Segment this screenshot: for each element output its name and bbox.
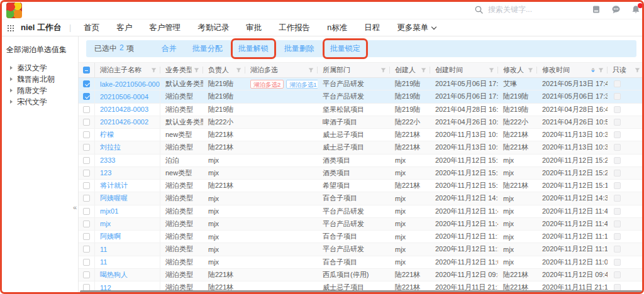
workspace-title[interactable]: niel 工作台 xyxy=(21,22,62,33)
cell-department: 西瓜项目(停用) xyxy=(318,269,390,281)
cell-lake-name[interactable]: 2333 xyxy=(95,155,160,166)
table-row[interactable]: 11湖泊类型mjx平台产品研发mjx2020年11月12日 11:11mjx20… xyxy=(79,243,644,256)
table-row[interactable]: mjx01湖泊类型mjx平台产品研发mjx2020年11月12日 11:46mj… xyxy=(79,205,644,218)
filter-icon[interactable] xyxy=(528,67,533,73)
cell-lake-name[interactable]: 11 xyxy=(95,243,160,255)
cell-lake-name[interactable]: mjx xyxy=(95,218,160,230)
row-checkbox[interactable] xyxy=(83,208,90,215)
row-checkbox[interactable] xyxy=(83,131,90,138)
filter-icon[interactable] xyxy=(598,67,604,73)
table-row[interactable]: 将计就计湖泊类型陆221林希望项目陆221林2020年11月12日 15:15陆… xyxy=(79,180,644,192)
toolbar-action-1[interactable]: 批量分配 xyxy=(192,43,223,54)
cell-lake-name[interactable]: 阿姨啊 xyxy=(95,231,160,242)
sidebar-item-1[interactable]: 魏晋南北朝 xyxy=(10,74,75,85)
sidebar-item-2[interactable]: 隋唐文学 xyxy=(10,85,75,96)
table-row[interactable]: 11湖泊类型mjx百合子项目mjx2020年11月12日 11:04mjx202… xyxy=(79,256,644,269)
row-checkbox[interactable] xyxy=(83,80,90,87)
row-checkbox[interactable] xyxy=(83,271,90,278)
cell-lake-name[interactable]: 20210428-0003 xyxy=(95,104,160,116)
cell-lake-name[interactable]: 11 xyxy=(95,256,160,268)
toolbar-action-2[interactable]: 批量解锁 xyxy=(238,43,269,54)
row-checkbox[interactable] xyxy=(83,182,90,189)
column-label: 业务类型 xyxy=(165,65,192,75)
nav-item-2[interactable]: 客户管理 xyxy=(149,23,180,33)
row-checkbox[interactable] xyxy=(83,170,90,177)
cell-lake-name[interactable]: 123 xyxy=(95,167,160,179)
cell-creator: mjx xyxy=(390,256,430,268)
row-checkbox[interactable] xyxy=(83,157,90,164)
cell-modified-time: 2021年04月28日 16:42 xyxy=(537,104,608,116)
row-checkbox[interactable] xyxy=(83,259,90,266)
nav-item-5[interactable]: 工作报告 xyxy=(279,23,310,33)
cell-lake-name[interactable]: 刘拉拉 xyxy=(95,141,160,153)
row-checkbox[interactable] xyxy=(83,144,90,151)
cell-created-time: 2020年11月12日 11:04 xyxy=(430,256,498,268)
book-icon[interactable] xyxy=(592,5,601,14)
app-logo[interactable] xyxy=(6,3,22,18)
cell-lake-name[interactable]: 阿姨喔喔 xyxy=(95,192,160,204)
nav-item-1[interactable]: 客户 xyxy=(116,23,132,33)
row-checkbox[interactable] xyxy=(83,233,90,240)
filter-icon[interactable] xyxy=(151,67,157,73)
apps-grid-icon[interactable] xyxy=(8,25,14,31)
bell-icon[interactable] xyxy=(631,5,640,14)
filter-icon[interactable] xyxy=(236,67,242,73)
cell-lake-multiselect xyxy=(245,104,318,116)
filter-icon[interactable] xyxy=(194,67,199,73)
filter-icon[interactable] xyxy=(635,67,640,73)
cell-lake-name[interactable]: lake-20210506-0005 xyxy=(95,78,160,90)
table-row[interactable]: 柠檬new类型陆221林威士忌子项目陆221林2020年11月13日 10:31… xyxy=(79,129,644,141)
cell-lake-name[interactable]: 喝热狗人 xyxy=(95,269,160,281)
nav-item-4[interactable]: 审批 xyxy=(246,23,262,33)
sidebar-item-0[interactable]: 秦汉文学 xyxy=(10,62,75,74)
nav-item-0[interactable]: 首页 xyxy=(84,23,99,33)
cell-lake-name[interactable]: 将计就计 xyxy=(95,180,160,192)
row-checkbox[interactable] xyxy=(83,246,90,253)
filter-icon[interactable] xyxy=(308,67,314,73)
table-row[interactable]: mjx湖泊类型mjx平台产品研发mjx2020年11月12日 11:44mjx2… xyxy=(79,218,644,231)
cell-modifier: mjx xyxy=(498,167,537,179)
global-search-input[interactable]: 搜索关键字... xyxy=(475,0,532,19)
row-checkbox[interactable] xyxy=(83,195,90,202)
table-row[interactable]: 20210428-0003湖泊类型陆219陆坚果松鼠项目陆219陆2021年04… xyxy=(79,104,644,116)
sort-icon[interactable] xyxy=(591,68,595,72)
row-checkbox[interactable] xyxy=(83,220,90,227)
sidebar-item-label: 隋唐文学 xyxy=(17,85,47,96)
horizontal-scrollbar[interactable] xyxy=(80,290,642,293)
filter-icon[interactable] xyxy=(380,67,386,73)
nav-item-3[interactable]: 考勤记录 xyxy=(197,23,229,33)
cell-business-type: 湖泊类型 xyxy=(160,205,203,217)
row-checkbox-cell xyxy=(79,243,95,255)
select-all-checkbox[interactable] xyxy=(83,67,90,74)
sidebar-item-3[interactable]: 宋代文学 xyxy=(10,96,75,107)
toolbar-action-0[interactable]: 合并 xyxy=(162,43,177,54)
cell-lake-name[interactable]: 20210426-0002 xyxy=(95,116,160,128)
cell-creator: 陆219陆 xyxy=(390,78,430,90)
filter-icon[interactable] xyxy=(421,67,426,73)
table-row[interactable]: 123new类型mjx酒类项目mjx2020年11月12日 15:25mjx20… xyxy=(79,167,644,180)
table-row[interactable]: 阿姨喔喔湖泊类型mjx百合子项目mjx2020年11月12日 14:38mjx2… xyxy=(79,192,644,205)
toolbar-action-4[interactable]: 批量锁定 xyxy=(330,43,360,54)
toolbar-action-3[interactable]: 批量删除 xyxy=(284,43,314,54)
nav-item-7[interactable]: 日程 xyxy=(364,23,380,33)
table-row[interactable]: 2333泊泊mjx酒类项目mjx2020年11月12日 15:25mjx2020… xyxy=(79,155,644,167)
filter-icon[interactable] xyxy=(489,67,494,73)
cell-lake-name[interactable]: mjx01 xyxy=(95,205,160,217)
table-row[interactable]: 20210426-0002默认业务类型陆222小啤酒子项目陆222小2021年0… xyxy=(79,116,644,129)
cell-lake-name[interactable]: 20210506-0004 xyxy=(95,90,160,102)
cell-lake-name[interactable]: 柠檬 xyxy=(95,129,160,141)
row-checkbox[interactable] xyxy=(83,119,90,126)
row-checkbox[interactable] xyxy=(83,93,90,100)
chat-icon[interactable] xyxy=(611,5,621,14)
row-checkbox[interactable] xyxy=(83,106,90,113)
table-row[interactable]: 阿姨啊湖泊类型mjx百合子项目mjx2020年11月12日 11:16mjx20… xyxy=(79,231,644,243)
table-row[interactable]: 刘拉拉湖泊类型陆221林威士忌子项目陆221林2020年11月13日 10:30… xyxy=(79,141,644,154)
cell-department: 酒类项目 xyxy=(318,167,390,179)
sidebar-collapse-handle[interactable]: « xyxy=(73,204,77,211)
table-row[interactable]: 喝热狗人湖泊类型陆221林西瓜项目(停用)陆221林2020年11月12日 09… xyxy=(79,269,644,281)
table-row[interactable]: 20210506-0004湖泊类型陆219陆平台产品研发陆219陆2021年05… xyxy=(79,90,644,103)
table-row[interactable]: lake-20210506-0005默认业务类型陆219陆湖泊多选2湖泊多选1平… xyxy=(79,78,644,90)
nav-item-6[interactable]: n标准 xyxy=(327,23,347,33)
nav-more-menu[interactable]: 更多菜单 xyxy=(397,23,436,33)
readonly-checkbox xyxy=(614,170,621,177)
